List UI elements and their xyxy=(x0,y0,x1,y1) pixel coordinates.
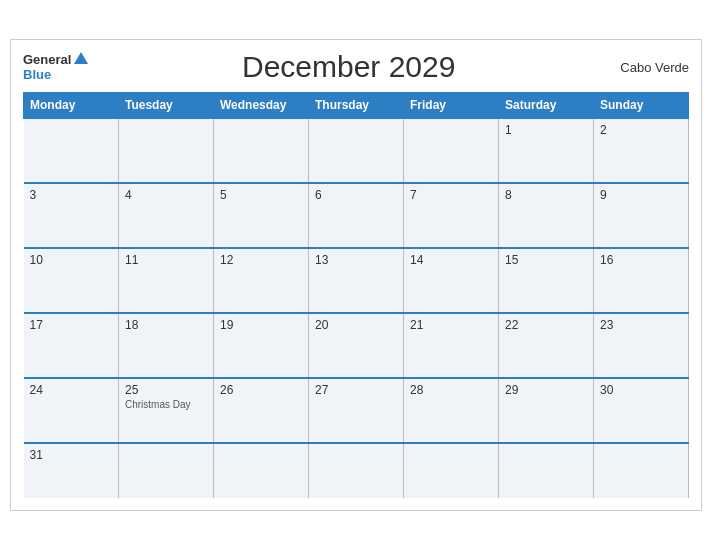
calendar-cell: 12 xyxy=(214,248,309,313)
calendar-cell: 26 xyxy=(214,378,309,443)
calendar-week-row: 10111213141516 xyxy=(24,248,689,313)
calendar-cell: 14 xyxy=(404,248,499,313)
logo-general-text: General xyxy=(23,53,71,66)
calendar-cell: 6 xyxy=(309,183,404,248)
calendar-cell: 16 xyxy=(594,248,689,313)
calendar-cell: 22 xyxy=(499,313,594,378)
day-number: 11 xyxy=(125,253,207,267)
day-number: 10 xyxy=(30,253,113,267)
logo-blue-text: Blue xyxy=(23,67,51,82)
weekday-header-sunday: Sunday xyxy=(594,93,689,119)
day-number: 9 xyxy=(600,188,682,202)
day-number: 5 xyxy=(220,188,302,202)
calendar-week-row: 31 xyxy=(24,443,689,498)
calendar-cell xyxy=(309,443,404,498)
day-number: 13 xyxy=(315,253,397,267)
calendar-cell: 11 xyxy=(119,248,214,313)
calendar-cell xyxy=(309,118,404,183)
calendar-cell: 18 xyxy=(119,313,214,378)
calendar-cell: 13 xyxy=(309,248,404,313)
calendar-cell: 8 xyxy=(499,183,594,248)
calendar-cell: 4 xyxy=(119,183,214,248)
day-number: 20 xyxy=(315,318,397,332)
day-number: 12 xyxy=(220,253,302,267)
weekday-header-thursday: Thursday xyxy=(309,93,404,119)
day-number: 23 xyxy=(600,318,682,332)
calendar-week-row: 3456789 xyxy=(24,183,689,248)
day-number: 29 xyxy=(505,383,587,397)
calendar-cell xyxy=(119,118,214,183)
day-number: 14 xyxy=(410,253,492,267)
calendar-cell: 31 xyxy=(24,443,119,498)
calendar-cell: 2 xyxy=(594,118,689,183)
calendar-cell: 23 xyxy=(594,313,689,378)
day-number: 24 xyxy=(30,383,113,397)
calendar-title: December 2029 xyxy=(88,50,609,84)
day-number: 21 xyxy=(410,318,492,332)
calendar-cell xyxy=(404,443,499,498)
calendar-cell: 30 xyxy=(594,378,689,443)
weekday-header-monday: Monday xyxy=(24,93,119,119)
weekday-header-row: MondayTuesdayWednesdayThursdayFridaySatu… xyxy=(24,93,689,119)
calendar-cell xyxy=(24,118,119,183)
calendar-week-row: 17181920212223 xyxy=(24,313,689,378)
day-number: 7 xyxy=(410,188,492,202)
calendar-cell: 20 xyxy=(309,313,404,378)
calendar-cell xyxy=(214,443,309,498)
calendar-cell: 24 xyxy=(24,378,119,443)
calendar-cell xyxy=(404,118,499,183)
day-number: 28 xyxy=(410,383,492,397)
calendar-cell: 3 xyxy=(24,183,119,248)
calendar-cell: 5 xyxy=(214,183,309,248)
calendar-week-row: 12 xyxy=(24,118,689,183)
day-number: 25 xyxy=(125,383,207,397)
calendar-cell xyxy=(594,443,689,498)
day-number: 22 xyxy=(505,318,587,332)
day-number: 26 xyxy=(220,383,302,397)
day-number: 8 xyxy=(505,188,587,202)
calendar-cell xyxy=(119,443,214,498)
logo-triangle-icon xyxy=(74,52,88,64)
calendar-cell xyxy=(214,118,309,183)
calendar-cell: 9 xyxy=(594,183,689,248)
weekday-header-friday: Friday xyxy=(404,93,499,119)
day-number: 27 xyxy=(315,383,397,397)
day-number: 31 xyxy=(30,448,113,462)
logo: General Blue xyxy=(23,53,88,82)
calendar-cell: 7 xyxy=(404,183,499,248)
weekday-header-wednesday: Wednesday xyxy=(214,93,309,119)
day-number: 17 xyxy=(30,318,113,332)
calendar-cell: 1 xyxy=(499,118,594,183)
calendar-grid: MondayTuesdayWednesdayThursdayFridaySatu… xyxy=(23,92,689,498)
day-number: 6 xyxy=(315,188,397,202)
calendar-region: Cabo Verde xyxy=(609,60,689,75)
calendar-cell: 27 xyxy=(309,378,404,443)
calendar-container: General Blue December 2029 Cabo Verde Mo… xyxy=(10,39,702,511)
day-number: 3 xyxy=(30,188,113,202)
day-number: 1 xyxy=(505,123,587,137)
calendar-cell: 17 xyxy=(24,313,119,378)
calendar-week-row: 2425Christmas Day2627282930 xyxy=(24,378,689,443)
day-event: Christmas Day xyxy=(125,399,207,410)
calendar-cell: 29 xyxy=(499,378,594,443)
calendar-cell: 25Christmas Day xyxy=(119,378,214,443)
day-number: 2 xyxy=(600,123,682,137)
calendar-header: General Blue December 2029 Cabo Verde xyxy=(23,50,689,84)
day-number: 30 xyxy=(600,383,682,397)
day-number: 15 xyxy=(505,253,587,267)
calendar-cell: 28 xyxy=(404,378,499,443)
day-number: 18 xyxy=(125,318,207,332)
weekday-header-saturday: Saturday xyxy=(499,93,594,119)
calendar-cell: 15 xyxy=(499,248,594,313)
weekday-header-tuesday: Tuesday xyxy=(119,93,214,119)
day-number: 19 xyxy=(220,318,302,332)
day-number: 16 xyxy=(600,253,682,267)
day-number: 4 xyxy=(125,188,207,202)
calendar-cell xyxy=(499,443,594,498)
calendar-cell: 21 xyxy=(404,313,499,378)
calendar-cell: 10 xyxy=(24,248,119,313)
calendar-cell: 19 xyxy=(214,313,309,378)
